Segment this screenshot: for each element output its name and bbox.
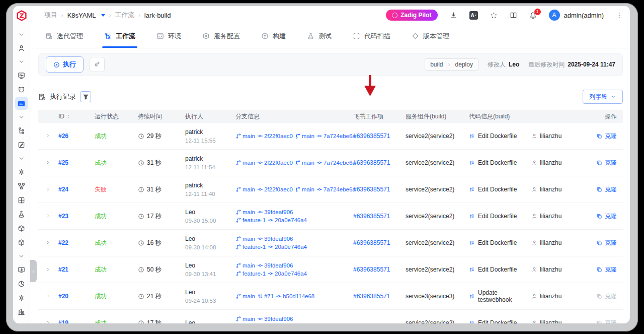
tab-scan[interactable]: 代码扫描 (352, 24, 391, 48)
branch-link[interactable]: main (235, 293, 255, 299)
col-id[interactable]: ID (58, 113, 95, 120)
commit-link[interactable]: 39fdeaf906 (257, 236, 293, 242)
sort-icon[interactable] (66, 114, 71, 119)
clone-button[interactable]: 克隆 (596, 292, 617, 301)
clone-button[interactable]: 克隆 (596, 212, 617, 221)
branch-link[interactable]: main (235, 186, 255, 192)
branch-link[interactable]: main (235, 236, 255, 242)
commit-link[interactable]: 2f22f0aec0 (257, 160, 293, 166)
branch-link[interactable]: main (235, 133, 255, 139)
tab-build-circle[interactable]: 构建 (260, 24, 287, 48)
commit-link[interactable]: 39fdeaf906 (257, 209, 293, 215)
tab-diamond[interactable]: 版本管理 (411, 24, 450, 48)
row-expand-icon[interactable] (38, 133, 58, 140)
sidebar-item-chevron-down[interactable] (15, 250, 28, 262)
sidebar-item-grid-pattern[interactable] (15, 193, 28, 207)
tab-iteration[interactable]: 迭代管理 (44, 24, 84, 48)
branch-link[interactable]: main (295, 133, 314, 139)
workitem-link[interactable]: #6396385571 (353, 132, 390, 140)
commit-link[interactable]: 20a0e746a4 (268, 244, 307, 250)
row-expand-icon[interactable] (38, 160, 58, 166)
clone-button[interactable]: 克隆 (596, 265, 617, 274)
tab-workflow-tree[interactable]: 工作流 (103, 24, 136, 48)
user-menu[interactable]: A admin(admin) (549, 10, 604, 21)
sidebar-item-workflow-tree[interactable] (15, 124, 28, 137)
sidebar-item-flow-nodes[interactable] (15, 179, 28, 192)
workitem-link[interactable]: #6396385571 (353, 159, 390, 166)
breadcrumb-project-name[interactable]: K8sYAML (67, 12, 96, 19)
branch-link[interactable]: feature-1 (235, 271, 266, 277)
clone-button[interactable]: 克隆 (596, 185, 617, 194)
run-id-link[interactable]: #20 (58, 293, 68, 300)
tab-hexagon-config[interactable]: 服务配置 (201, 24, 241, 48)
row-expand-icon[interactable] (38, 213, 58, 220)
commit-link[interactable]: 7a724ebe6a (316, 160, 356, 166)
workflow-settings-button[interactable] (90, 57, 105, 72)
tab-flask[interactable]: 测试 (306, 24, 333, 48)
sidebar-item-chevron-down[interactable] (15, 55, 28, 68)
commit-link[interactable]: b50d114e68 (276, 293, 314, 299)
zadig-logo-icon[interactable] (16, 10, 27, 21)
commit-link[interactable]: 7a724ebe6a (316, 133, 356, 139)
run-id-link[interactable]: #21 (58, 266, 68, 273)
column-fields-button[interactable]: 列字段 (583, 90, 623, 104)
sidebar-item-package[interactable] (15, 222, 28, 235)
bell-icon[interactable]: 1 (529, 12, 537, 19)
workitem-link[interactable]: #6396385571 (353, 186, 390, 193)
sidebar-item-settings[interactable] (15, 165, 28, 178)
branch-link[interactable]: main (235, 316, 255, 322)
run-workflow-button[interactable]: 执行 (46, 56, 84, 73)
commit-link[interactable]: 7a724ebe6a (316, 186, 356, 192)
breadcrumb-workflow-label[interactable]: 工作流 (115, 11, 134, 20)
sidebar-item-cube[interactable] (15, 236, 28, 249)
download-icon[interactable] (450, 12, 457, 19)
sidebar-item-monitor[interactable] (15, 263, 28, 276)
workitem-link[interactable]: #6396385571 (353, 266, 390, 273)
row-expand-icon[interactable] (38, 293, 58, 300)
sidebar-item-person[interactable] (15, 41, 28, 54)
filter-button[interactable] (80, 91, 91, 102)
book-icon[interactable] (510, 12, 517, 19)
row-expand-icon[interactable] (38, 266, 58, 273)
run-id-link[interactable]: #26 (58, 132, 68, 140)
sidebar-expand-handle[interactable]: › (30, 260, 37, 282)
project-dropdown-caret-icon[interactable] (101, 14, 105, 17)
run-id-link[interactable]: #19 (58, 319, 68, 323)
sidebar-item-flask[interactable] (15, 208, 28, 221)
sidebar-item-project-card[interactable] (15, 97, 28, 110)
branch-link[interactable]: main (295, 160, 314, 166)
more-options-icon[interactable]: ⋮ (616, 11, 623, 19)
sidebar-item-settings[interactable] (15, 291, 28, 304)
sidebar-item-building[interactable] (15, 305, 28, 318)
clone-button[interactable]: 克隆 (596, 239, 617, 247)
row-expand-icon[interactable] (38, 240, 58, 246)
zadig-pilot-button[interactable]: Zadig Pilot (386, 10, 437, 21)
pr-link[interactable]: #71 (257, 293, 274, 299)
branch-link[interactable]: main (295, 186, 314, 192)
commit-link[interactable]: 39fdeaf906 (257, 316, 293, 322)
row-expand-icon[interactable] (38, 320, 58, 324)
clone-button[interactable]: 克隆 (596, 132, 617, 141)
run-id-link[interactable]: #22 (58, 239, 68, 246)
run-id-link[interactable]: #24 (58, 186, 68, 193)
sidebar-item-mask[interactable] (15, 83, 28, 96)
workitem-link[interactable]: #6396385571 (353, 239, 390, 246)
commit-link[interactable]: 20a0e746a4 (268, 271, 307, 277)
branch-link[interactable]: main (235, 160, 255, 166)
clone-button[interactable]: 克隆 (596, 319, 617, 324)
branch-link[interactable]: main (235, 209, 255, 215)
sidebar-item-pie-chart[interactable] (15, 277, 28, 290)
workitem-link[interactable]: #6396385571 (353, 293, 390, 300)
run-id-link[interactable]: #25 (58, 159, 68, 166)
dots-cluster-icon[interactable] (490, 12, 498, 19)
sidebar-item-edit-doc[interactable] (15, 138, 28, 151)
sidebar-item-chevron-down[interactable] (15, 111, 28, 123)
translate-icon[interactable]: Az (469, 11, 478, 20)
clone-button[interactable]: 克隆 (596, 159, 617, 167)
tab-env-code[interactable]: 环境 (155, 24, 182, 48)
row-expand-icon[interactable] (38, 186, 58, 193)
branch-link[interactable]: feature-1 (235, 217, 266, 223)
commit-link[interactable]: 39fdeaf906 (257, 262, 293, 269)
workitem-link[interactable]: #6396385571 (353, 213, 390, 220)
branch-link[interactable]: feature-1 (235, 244, 266, 250)
